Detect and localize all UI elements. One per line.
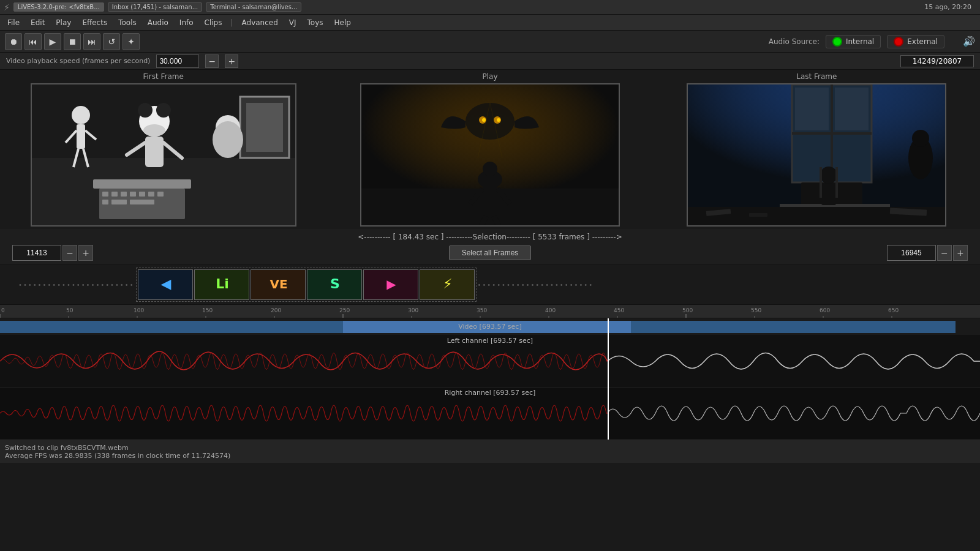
svg-rect-16	[121, 192, 127, 197]
prev-frame-button[interactable]: ⏮	[24, 33, 42, 50]
select-all-frames-button[interactable]: Select all Frames	[449, 246, 532, 260]
external-audio-button[interactable]: External	[887, 35, 944, 48]
svg-rect-15	[111, 192, 118, 197]
filmstrip-thumb-5[interactable]: ⚡	[420, 269, 475, 300]
right-waveform-svg	[0, 388, 980, 440]
play-title: Play	[482, 70, 497, 83]
svg-text:600: 600	[820, 307, 830, 313]
last-frame-panel: Last Frame	[654, 70, 980, 227]
menu-separator: |	[228, 18, 235, 27]
filmstrip-container: •••••••••••••••••••••••• ◀ Li VE S ▶ ⚡ •…	[0, 268, 980, 302]
svg-rect-20	[157, 192, 164, 197]
svg-text:450: 450	[614, 307, 624, 313]
menu-clips[interactable]: Clips	[200, 17, 227, 28]
play-panel: Play	[326, 70, 653, 227]
start-frame-decrease[interactable]: −	[62, 245, 77, 261]
filmstrip-thumb-2[interactable]: VE	[251, 269, 306, 300]
svg-point-6	[138, 103, 153, 118]
ruler: 0 50 100 150 200 250 300 350 400 450 500…	[0, 305, 980, 318]
end-frame-decrease[interactable]: −	[937, 245, 952, 261]
svg-text:S: S	[330, 276, 340, 291]
svg-text:Li: Li	[216, 276, 229, 291]
right-playhead	[608, 388, 609, 440]
fps-increase-button[interactable]: +	[225, 54, 238, 68]
svg-rect-4	[246, 103, 283, 152]
filmstrip-thumb-0[interactable]: ◀	[138, 269, 193, 300]
status-line2: Average FPS was 28.9835 (338 frames in c…	[5, 452, 975, 460]
svg-text:0: 0	[1, 307, 5, 313]
loop-button[interactable]: ↺	[103, 33, 120, 50]
menu-audio[interactable]: Audio	[143, 17, 173, 28]
frame-controls: − + Select all Frames − +	[6, 245, 974, 261]
menu-help[interactable]: Help	[330, 17, 356, 28]
svg-rect-36	[483, 179, 497, 216]
svg-text:100: 100	[134, 307, 144, 313]
left-playhead	[608, 335, 609, 388]
menu-info[interactable]: Info	[175, 17, 198, 28]
end-frame-input[interactable]	[887, 245, 936, 261]
menu-toys[interactable]: Toys	[303, 17, 328, 28]
svg-point-8	[143, 124, 165, 137]
titlebar: ⚡ LiVES-3.2.0-pre: <fv8txB... Inbox (17,…	[0, 0, 980, 15]
internal-audio-label: Internal	[846, 37, 874, 46]
first-frame-preview	[31, 83, 296, 227]
video-track: Video [693.57 sec]	[0, 318, 980, 335]
status-line1: Switched to clip fv8txBSCVTM.webm	[5, 444, 975, 452]
fps-label: Video playback speed (frames per second)	[6, 57, 150, 65]
end-frame-increase[interactable]: +	[953, 245, 968, 261]
filmstrip-thumb-1[interactable]: Li	[194, 269, 249, 300]
play-frame-preview	[360, 83, 620, 227]
menu-tools[interactable]: Tools	[113, 17, 141, 28]
menu-play[interactable]: Play	[51, 17, 76, 28]
menu-effects[interactable]: Effects	[77, 17, 112, 28]
filmstrip-thumb-4[interactable]: ▶	[363, 269, 418, 300]
svg-point-42	[466, 103, 514, 140]
svg-rect-21	[102, 200, 108, 204]
svg-rect-23	[130, 200, 154, 204]
svg-text:◀: ◀	[160, 276, 171, 291]
fps-decrease-button[interactable]: −	[205, 54, 219, 68]
start-frame-input[interactable]	[12, 245, 61, 261]
svg-point-58	[820, 167, 837, 184]
svg-rect-59	[821, 184, 836, 205]
start-frame-group: − +	[12, 245, 93, 261]
fx-button[interactable]: ✦	[123, 33, 140, 50]
svg-point-25	[213, 121, 243, 158]
svg-text:650: 650	[888, 307, 899, 313]
svg-text:150: 150	[202, 307, 213, 313]
filmstrip-dots-left: ••••••••••••••••••••••••	[18, 282, 135, 288]
menu-vj[interactable]: VJ	[284, 17, 301, 28]
record-button[interactable]: ⏺	[5, 33, 22, 50]
filmstrip-thumb-3[interactable]: S	[307, 269, 362, 300]
menu-advanced[interactable]: Advanced	[237, 17, 283, 28]
external-audio-label: External	[907, 37, 938, 46]
tab-terminal[interactable]: Terminal - salsaman@lives...	[206, 2, 301, 12]
end-frame-group: − +	[887, 245, 968, 261]
svg-point-67	[912, 130, 929, 147]
audio-source-area: Audio Source: Internal External 🔊	[769, 35, 975, 48]
selection-bar	[343, 321, 631, 333]
tab-lives[interactable]: LiVES-3.2.0-pre: <fv8txB...	[13, 2, 104, 12]
svg-text:300: 300	[408, 307, 418, 313]
tab-inbox[interactable]: Inbox (17,451) - salsaman...	[108, 2, 203, 12]
selection-text: <---------- [ 184.43 sec ] ----------Sel…	[358, 233, 622, 241]
filmstrip-dots-right: ••••••••••••••••••••••••	[478, 282, 594, 288]
next-frame-button[interactable]: ⏭	[83, 33, 100, 50]
svg-rect-27	[77, 124, 85, 149]
last-frame-preview	[687, 83, 946, 227]
fps-input[interactable]	[156, 54, 199, 68]
menu-edit[interactable]: Edit	[26, 17, 50, 28]
internal-audio-button[interactable]: Internal	[826, 35, 881, 48]
svg-text:250: 250	[339, 307, 350, 313]
play-button[interactable]: ▶	[44, 33, 61, 50]
svg-rect-60	[820, 167, 822, 198]
start-frame-increase[interactable]: +	[78, 245, 93, 261]
stop-button[interactable]: ⏹	[64, 33, 81, 50]
menubar: File Edit Play Effects Tools Audio Info …	[0, 15, 980, 31]
volume-icon[interactable]: 🔊	[963, 36, 975, 47]
filmstrip-area: •••••••••••••••••••••••• ◀ Li VE S ▶ ⚡ •…	[0, 265, 980, 305]
menu-file[interactable]: File	[2, 17, 24, 28]
svg-text:400: 400	[545, 307, 556, 313]
svg-rect-22	[111, 200, 127, 204]
svg-rect-54	[795, 88, 829, 130]
